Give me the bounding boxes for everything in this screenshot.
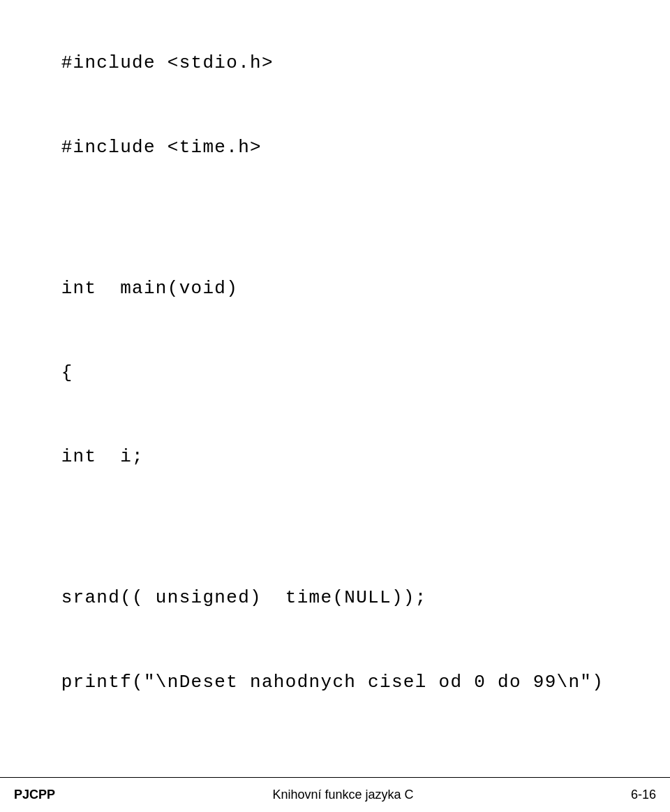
code-block: #include <stdio.h> #include <time.h> int…: [14, 21, 656, 777]
main-content: #include <stdio.h> #include <time.h> int…: [0, 0, 670, 777]
code-line-9: printf("\nDeset nahodnych cisel od 0 do …: [61, 672, 604, 693]
footer: PJCPP Knihovní funkce jazyka C 6-16: [0, 777, 670, 812]
footer-left: PJCPP: [14, 788, 55, 802]
code-line-1: #include <stdio.h>: [61, 52, 274, 73]
code-line-8: srand(( unsigned) time(NULL));: [61, 587, 427, 608]
code-line-2: #include <time.h>: [61, 137, 262, 158]
code-line-4: int main(void): [61, 278, 239, 299]
code-line-5: {: [61, 362, 73, 383]
footer-center: Knihovní funkce jazyka C: [272, 788, 413, 802]
footer-right: 6-16: [631, 788, 656, 802]
code-line-6: int i;: [61, 446, 144, 467]
